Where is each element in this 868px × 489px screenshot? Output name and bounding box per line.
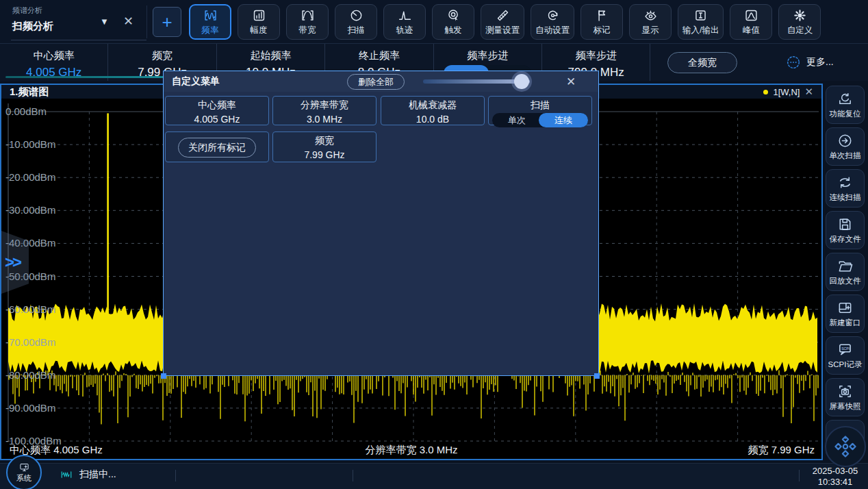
- replay-file-icon: [837, 258, 853, 274]
- screenshot-icon: [837, 384, 853, 399]
- cell-label: 中心频率: [166, 99, 268, 112]
- sidebar-button-label: 屏幕快照: [830, 401, 861, 412]
- toolbar-divider: [146, 5, 147, 38]
- add-measurement-button[interactable]: +: [153, 7, 181, 37]
- resize-handle-right[interactable]: [594, 373, 600, 379]
- sidebar-button-label: 新建窗口: [830, 318, 861, 328]
- sidebar-button-label: 单次扫描: [830, 151, 861, 161]
- dialog-slider[interactable]: [423, 79, 530, 84]
- cell-label: 机械衰减器: [381, 99, 484, 112]
- sweep-status-text: 扫描中...: [79, 468, 116, 481]
- sidebar-button-保存文件[interactable]: 保存文件: [826, 211, 865, 249]
- toolbar-button-label: 自动设置: [535, 25, 570, 36]
- cell-label: 频宽: [273, 135, 376, 147]
- slider-thumb[interactable]: [514, 74, 529, 89]
- toolbar-button-label: 幅度: [251, 25, 268, 36]
- param-label: 终止频率: [325, 49, 433, 62]
- toolbar-button-显示[interactable]: 显示: [629, 4, 672, 40]
- y-axis-tick-label: -10.00dBm: [5, 138, 55, 150]
- footer-span: 频宽 7.99 GHz: [748, 444, 815, 457]
- dialog-cell-机械衰减器[interactable]: 机械衰减器10.0 dB: [381, 96, 485, 125]
- statusbar-divider: [175, 470, 176, 481]
- y-axis-tick-label: -90.00dBm: [5, 402, 55, 414]
- status-bar: [0, 463, 868, 489]
- toolbar-button-轨迹[interactable]: 轨迹: [383, 4, 426, 40]
- more-params-button[interactable]: 更多...: [786, 55, 834, 70]
- clover-nav-icon: [832, 434, 858, 460]
- sidebar-button-SCPI记录[interactable]: SCPISCPI记录: [826, 336, 865, 375]
- cell-label: 扫描: [489, 99, 591, 112]
- sidebar-button-label: 连续扫描: [830, 192, 861, 203]
- toolbar-button-带宽[interactable]: 带宽: [286, 4, 329, 40]
- y-axis-tick-label: 0.00dBm: [5, 105, 47, 117]
- custom-menu-dialog: 自定义菜单 删除全部 ✕ 中心频率4.005 GHz分辨率带宽3.0 MHz机械…: [163, 71, 599, 376]
- y-axis-tick-label: -30.00dBm: [5, 204, 55, 216]
- time-text: 10:33:41: [806, 477, 864, 488]
- sweep-status: 扫描中...: [59, 468, 116, 481]
- sidebar-button-新建窗口[interactable]: 新建窗口: [826, 294, 865, 333]
- toolbar-button-label: 峰值: [743, 25, 760, 36]
- navigation-clover-button[interactable]: [825, 426, 866, 467]
- toolbar-button-group: 频率幅度带宽扫描轨迹触发测量设置自动设置标记显示输入/输出峰值自定义: [189, 4, 821, 40]
- cell-value: 10.0 dB: [381, 114, 484, 125]
- toolbar-button-测量设置[interactable]: 测量设置: [481, 4, 524, 40]
- chart-title: 1.频谱图: [10, 86, 49, 99]
- app-category-label: 频谱分析: [12, 5, 101, 16]
- param-column-中心频率-0[interactable]: 中心频率4.005 GHz: [0, 44, 108, 81]
- delete-all-button[interactable]: 删除全部: [347, 74, 405, 90]
- marker-icon: [595, 8, 609, 23]
- chevron-down-icon[interactable]: ▼: [100, 16, 109, 27]
- toolbar-button-自定义[interactable]: 自定义: [778, 4, 821, 40]
- system-menu-button[interactable]: 系统: [6, 455, 42, 489]
- sidebar-button-回放文件[interactable]: 回放文件: [826, 253, 865, 291]
- dialog-cell-分辨率带宽[interactable]: 分辨率带宽3.0 MHz: [272, 96, 376, 125]
- sweep-mode-toggle[interactable]: 单次连续: [492, 113, 588, 127]
- toolbar-button-扫描[interactable]: 扫描: [335, 4, 377, 40]
- toolbar-button-label: 扫描: [348, 25, 365, 36]
- close-app-icon[interactable]: ✕: [123, 14, 133, 29]
- toggle-option-连续[interactable]: 连续: [539, 113, 588, 127]
- param-label: 频率步进: [542, 49, 650, 62]
- y-axis-tick-label: -20.00dBm: [5, 171, 55, 183]
- expand-drawer-handle[interactable]: >>: [1, 231, 29, 294]
- sidebar-button-功能复位[interactable]: 功能复位: [826, 86, 865, 124]
- more-label: 更多...: [806, 56, 834, 68]
- full-span-button[interactable]: 全频宽: [667, 52, 737, 73]
- dialog-cell-扫描[interactable]: 扫描单次连续: [488, 96, 592, 125]
- toolbar-button-自动设置[interactable]: 自动设置: [531, 4, 574, 40]
- toggle-option-单次[interactable]: 单次: [492, 113, 541, 127]
- sidebar-button-屏幕快照[interactable]: 屏幕快照: [826, 378, 865, 416]
- io-icon: [693, 8, 708, 23]
- toolbar-button-label: 触发: [445, 25, 462, 36]
- dialog-cell-中心频率[interactable]: 中心频率4.005 GHz: [165, 96, 269, 125]
- resize-handle-left[interactable]: [161, 373, 166, 379]
- toolbar-button-幅度[interactable]: 幅度: [238, 4, 280, 40]
- app-mode-selector[interactable]: 频谱分析 扫频分析: [12, 5, 101, 33]
- cell-label: 分辨率带宽: [273, 99, 376, 112]
- toolbar-button-标记[interactable]: 标记: [580, 4, 623, 40]
- single-sweep-icon: [837, 133, 853, 149]
- sidebar-button-单次扫描[interactable]: 单次扫描: [826, 127, 865, 166]
- statusbar-divider: [353, 470, 353, 481]
- autoset-icon: [546, 8, 560, 23]
- dialog-cell-close-all-markers[interactable]: 关闭所有标记: [165, 131, 269, 162]
- toolbar-button-label: 带宽: [299, 25, 316, 36]
- param-label: 中心频率: [0, 49, 107, 62]
- sidebar-button-连续扫描[interactable]: 连续扫描: [826, 169, 865, 208]
- reset-icon: [837, 91, 853, 107]
- toolbar-button-触发[interactable]: 触发: [432, 4, 474, 40]
- dialog-cell-频宽[interactable]: 频宽7.99 GHz: [272, 131, 376, 162]
- trace-badge-label: 1[W,N]: [773, 87, 800, 97]
- toolbar-button-输入/输出[interactable]: 输入/输出: [678, 4, 724, 40]
- sidebar-button-label: 保存文件: [830, 234, 861, 244]
- toolbar-button-峰值[interactable]: 峰值: [730, 4, 772, 40]
- close-all-markers-button[interactable]: 关闭所有标记: [178, 138, 256, 158]
- app-root: 频谱分析 扫频分析 ▼ ✕ + 频率幅度带宽扫描轨迹触发测量设置自动设置标记显示…: [0, 0, 868, 489]
- close-dialog-icon[interactable]: ✕: [566, 75, 576, 89]
- close-chart-icon[interactable]: ✕: [804, 86, 813, 98]
- dialog-title: 自定义菜单: [172, 75, 220, 88]
- sweep-icon: [349, 8, 363, 23]
- sidebar-button-label: SCPI记录: [828, 360, 863, 370]
- app-selector-underline: [11, 40, 146, 40]
- toolbar-button-频率[interactable]: 频率: [189, 4, 231, 40]
